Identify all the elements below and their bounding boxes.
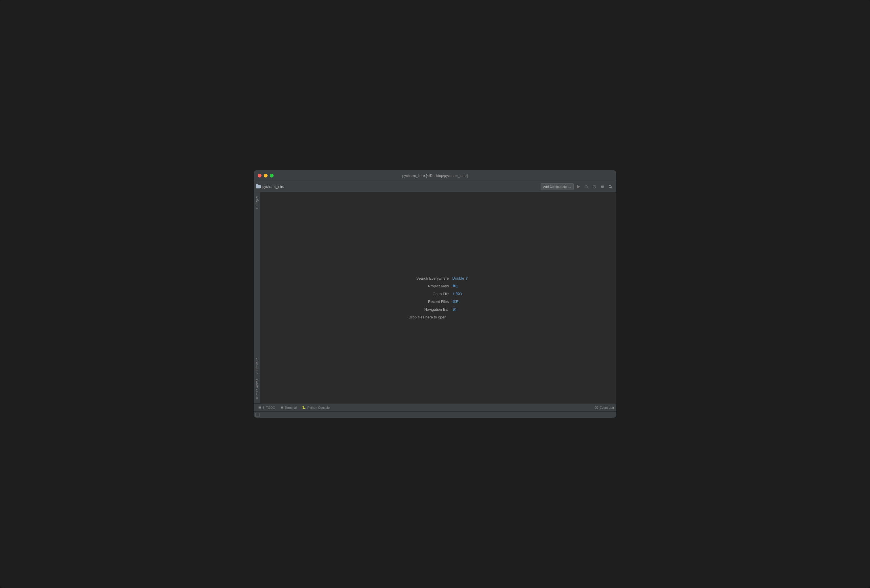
event-log-label: Event Log — [600, 406, 614, 409]
welcome-row-goto-file: Go to File ⇧⌘O — [408, 292, 462, 296]
bottom-bar: ☰ 6: TODO ▣ Terminal 🐍 Python Console Ev… — [254, 403, 616, 411]
build-button[interactable] — [583, 183, 590, 190]
editor-area: Search Everywhere Double ⇧ Project View … — [261, 192, 616, 403]
window-title: pycharm_intro [~/Desktop/pycharm_intro] — [402, 174, 468, 178]
minimize-button[interactable] — [264, 174, 268, 177]
welcome-row-recent-files: Recent Files ⌘E — [408, 299, 459, 304]
add-configuration-button[interactable]: Add Configuration... — [541, 183, 574, 190]
python-console-icon: 🐍 — [302, 406, 306, 409]
project-name: pycharm_intro — [262, 185, 284, 189]
recent-files-label: Recent Files — [408, 299, 449, 304]
structure-tab-label: 2: Structure — [255, 357, 259, 374]
goto-file-label: Go to File — [408, 292, 449, 296]
build-icon — [584, 185, 588, 189]
coverage-button[interactable] — [591, 183, 598, 190]
svg-rect-1 — [585, 186, 588, 188]
folder-icon — [256, 185, 261, 188]
navigation-bar-shortcut: ⌘↑ — [452, 307, 458, 311]
welcome-content: Search Everywhere Double ⇧ Project View … — [408, 276, 468, 319]
project-view-shortcut: ⌘1 — [452, 284, 458, 288]
svg-point-8 — [596, 408, 597, 409]
sidebar-item-project[interactable]: 1: Project — [254, 193, 260, 211]
navigation-bar-label: Navigation Bar — [408, 307, 449, 311]
welcome-row-nav-bar: Navigation Bar ⌘↑ — [408, 307, 458, 311]
goto-file-shortcut: ⇧⌘O — [452, 292, 462, 296]
svg-point-2 — [593, 185, 596, 188]
status-icon[interactable] — [255, 413, 259, 417]
bottom-tab-terminal[interactable]: ▣ Terminal — [278, 405, 299, 411]
status-bar — [254, 411, 616, 418]
welcome-row-search: Search Everywhere Double ⇧ — [408, 276, 468, 280]
maximize-button[interactable] — [270, 174, 274, 177]
project-tab-label: 1: Project — [255, 196, 259, 209]
main-area: 1: Project 2: Structure ★ 2: Favorites S… — [254, 192, 616, 403]
search-everywhere-button[interactable] — [607, 183, 614, 190]
drop-files-label: Drop files here to open — [408, 315, 447, 319]
traffic-lights — [258, 174, 274, 177]
todo-icon: ☰ — [258, 406, 261, 409]
event-log-button[interactable]: Event Log — [595, 406, 614, 409]
todo-label: 6: TODO — [263, 406, 275, 409]
left-sidebar: 1: Project 2: Structure ★ 2: Favorites — [254, 192, 261, 403]
svg-line-5 — [611, 187, 612, 188]
terminal-label: Terminal — [285, 406, 297, 409]
python-console-label: Python Console — [307, 406, 330, 409]
title-bar: pycharm_intro [~/Desktop/pycharm_intro] — [254, 170, 616, 181]
main-toolbar: pycharm_intro Add Configuration... — [254, 181, 616, 192]
run-icon — [576, 185, 580, 189]
search-icon — [608, 185, 612, 189]
welcome-row-project: Project View ⌘1 — [408, 284, 458, 288]
project-view-label: Project View — [408, 284, 449, 288]
stop-icon — [600, 185, 605, 189]
main-window: pycharm_intro [~/Desktop/pycharm_intro] … — [254, 170, 616, 418]
toolbar-right: Add Configuration... — [541, 183, 614, 190]
search-everywhere-shortcut: Double ⇧ — [452, 276, 468, 280]
svg-marker-0 — [577, 185, 580, 188]
bottom-tab-todo[interactable]: ☰ 6: TODO — [256, 405, 278, 411]
search-everywhere-label: Search Everywhere — [408, 276, 449, 280]
sidebar-item-favorites[interactable]: ★ 2: Favorites — [254, 377, 260, 402]
project-name-area: pycharm_intro — [256, 185, 539, 189]
svg-rect-3 — [601, 186, 603, 188]
welcome-row-drop-files: Drop files here to open — [408, 315, 447, 319]
sidebar-item-structure[interactable]: 2: Structure — [254, 355, 260, 377]
terminal-icon: ▣ — [280, 406, 283, 409]
event-log-icon — [595, 406, 598, 409]
coverage-icon — [592, 185, 596, 189]
recent-files-shortcut: ⌘E — [452, 299, 459, 304]
bottom-tab-python-console[interactable]: 🐍 Python Console — [299, 405, 332, 411]
run-button[interactable] — [575, 183, 582, 190]
stop-button[interactable] — [599, 183, 606, 190]
favorites-tab-label: ★ 2: Favorites — [255, 379, 259, 400]
close-button[interactable] — [258, 174, 262, 177]
svg-point-4 — [609, 185, 611, 188]
